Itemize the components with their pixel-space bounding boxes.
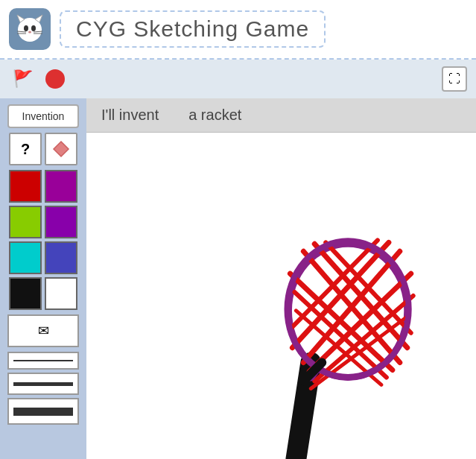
prompt-part2: a racket [188, 107, 241, 124]
brush-medium-button[interactable] [7, 373, 79, 395]
question-icon: ? [21, 141, 30, 158]
svg-point-4 [31, 25, 36, 31]
prompt-bar: I'll invent a racket [86, 98, 476, 133]
brush-thin-line [13, 360, 73, 361]
top-bar: CYG Sketching Game [0, 0, 476, 60]
color-swatch-lime[interactable] [9, 206, 42, 238]
color-swatch-dark-purple[interactable] [45, 206, 77, 238]
drawing-canvas[interactable] [86, 133, 476, 459]
controls-left: 🚩 [9, 66, 69, 92]
fill-tool-button[interactable] [45, 133, 77, 165]
eraser-icon: ✉ [38, 323, 49, 339]
brush-thin-button[interactable] [7, 352, 79, 370]
fullscreen-button[interactable]: ⛶ [442, 66, 467, 92]
brush-thick-line [13, 408, 73, 416]
sidebar: Invention ? ✉ [0, 98, 86, 459]
color-swatch-red[interactable] [9, 170, 42, 203]
drawing-svg [86, 133, 476, 459]
flag-button[interactable]: 🚩 [9, 66, 36, 92]
color-swatch-purple[interactable] [45, 170, 77, 203]
flag-icon: 🚩 [13, 69, 33, 89]
canvas-area: I'll invent a racket [86, 98, 476, 459]
question-tool-button[interactable]: ? [9, 133, 42, 165]
brush-sizes [7, 352, 79, 425]
color-swatch-white[interactable] [45, 277, 77, 310]
brush-thick-button[interactable] [7, 398, 79, 425]
color-swatch-cyan[interactable] [9, 241, 42, 274]
controls-bar: 🚩 ⛶ [0, 60, 476, 98]
tool-row: ? [9, 133, 77, 165]
svg-point-3 [24, 25, 28, 31]
app-title: CYG Sketching Game [60, 10, 326, 48]
stop-circle [45, 69, 65, 89]
fill-icon [52, 140, 70, 158]
fullscreen-icon: ⛶ [448, 72, 460, 86]
stop-button[interactable] [42, 66, 69, 92]
svg-marker-10 [54, 142, 69, 156]
svg-point-5 [28, 31, 31, 34]
prompt-part1: I'll invent [101, 107, 159, 124]
color-grid [9, 170, 77, 310]
main-content: Invention ? ✉ [0, 98, 476, 459]
color-swatch-blue[interactable] [45, 241, 77, 274]
logo-avatar [9, 8, 51, 50]
invention-button[interactable]: Invention [7, 104, 79, 128]
brush-medium-line [13, 382, 73, 386]
eraser-button[interactable]: ✉ [7, 314, 79, 347]
color-swatch-black[interactable] [9, 277, 42, 310]
